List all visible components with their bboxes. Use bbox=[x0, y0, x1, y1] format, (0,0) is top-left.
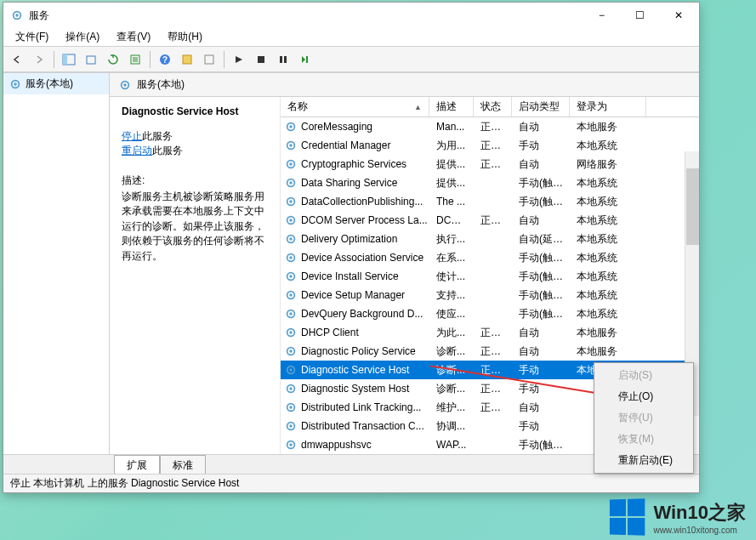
cell-state: 正在... bbox=[474, 326, 512, 340]
status-text: 停止 本地计算机 上的服务 Diagnostic Service Host bbox=[10, 476, 239, 491]
gear-icon bbox=[284, 401, 298, 414]
cell-name: Device Association Service bbox=[281, 251, 429, 264]
gear-icon bbox=[284, 288, 298, 302]
export-button[interactable] bbox=[81, 49, 101, 70]
cell-logon: 本地系统 bbox=[570, 251, 646, 265]
cell-logon: 本地系统 bbox=[570, 213, 646, 228]
help-button[interactable]: ? bbox=[155, 49, 175, 70]
table-row[interactable]: DCOM Server Process La...DCO...正在...自动本地… bbox=[281, 211, 699, 230]
tab-extended[interactable]: 扩展 bbox=[114, 455, 160, 474]
menu-action[interactable]: 操作(A) bbox=[57, 28, 108, 46]
cell-logon: 本地系统 bbox=[570, 176, 646, 190]
cell-desc: 提供... bbox=[429, 176, 474, 190]
table-row[interactable]: Delivery Optimization执行...自动(延迟...本地系统 bbox=[281, 230, 699, 248]
ctx-stop[interactable]: 停止(O) bbox=[596, 386, 691, 407]
stop-link[interactable]: 停止 bbox=[122, 130, 142, 142]
col-desc[interactable]: 描述 bbox=[429, 97, 474, 117]
pause-service-button[interactable] bbox=[273, 49, 293, 70]
cell-state: 正在... bbox=[474, 139, 512, 153]
header-label: 服务(本地) bbox=[137, 77, 185, 92]
cell-name: DevQuery Background D... bbox=[281, 307, 429, 321]
cell-desc: 在系... bbox=[429, 251, 474, 265]
menu-help[interactable]: 帮助(H) bbox=[159, 28, 211, 46]
col-name[interactable]: 名称▲ bbox=[281, 97, 429, 117]
svg-point-17 bbox=[123, 83, 127, 87]
refresh-button[interactable] bbox=[103, 49, 123, 70]
gear-icon bbox=[284, 176, 298, 190]
cell-name: Diagnostic System Host bbox=[281, 382, 429, 395]
toolbar-icon[interactable] bbox=[177, 49, 197, 70]
scrollbar-thumb[interactable] bbox=[686, 168, 699, 245]
ctx-restart[interactable]: 重新启动(E) bbox=[596, 450, 691, 471]
cell-start: 手动(触发... bbox=[512, 270, 570, 284]
gear-icon bbox=[284, 382, 298, 395]
show-hide-tree-button[interactable] bbox=[59, 49, 79, 70]
table-row[interactable]: Data Sharing Service提供...手动(触发...本地系统 bbox=[281, 173, 699, 192]
table-row[interactable]: Cryptographic Services提供...正在...自动网络服务 bbox=[281, 155, 699, 173]
restart-service-button[interactable] bbox=[295, 49, 315, 70]
cell-name: Device Setup Manager bbox=[281, 288, 429, 302]
ctx-resume: 恢复(M) bbox=[596, 429, 691, 450]
close-button[interactable]: ✕ bbox=[659, 3, 697, 27]
svg-rect-11 bbox=[280, 56, 282, 63]
cell-desc: 维护... bbox=[429, 401, 474, 415]
minimize-button[interactable]: − bbox=[583, 3, 621, 27]
cell-name: DCOM Server Process La... bbox=[281, 213, 429, 227]
table-row[interactable]: Device Install Service使计...手动(触发...本地系统 bbox=[281, 267, 699, 286]
back-button[interactable] bbox=[7, 49, 27, 70]
menu-file[interactable]: 文件(F) bbox=[7, 28, 57, 46]
table-row[interactable]: DevQuery Background D...使应...手动(触发...本地系… bbox=[281, 304, 699, 323]
table-row[interactable]: CoreMessagingMan...正在...自动本地服务 bbox=[281, 117, 699, 136]
tab-standard[interactable]: 标准 bbox=[160, 455, 206, 474]
cell-start: 自动 bbox=[512, 401, 570, 415]
toolbar-icon[interactable] bbox=[199, 49, 219, 70]
svg-point-35 bbox=[289, 275, 293, 278]
cell-desc: 执行... bbox=[429, 232, 474, 247]
svg-rect-10 bbox=[258, 56, 264, 63]
col-start[interactable]: 启动类型 bbox=[512, 97, 570, 117]
cell-start: 手动 bbox=[512, 419, 570, 434]
gear-icon bbox=[284, 157, 298, 171]
gear-icon bbox=[284, 438, 298, 452]
cell-desc: 为用... bbox=[429, 139, 474, 153]
cell-start: 手动(触发... bbox=[512, 176, 570, 190]
cell-state: 正在... bbox=[474, 120, 512, 134]
stop-service-button[interactable] bbox=[251, 49, 271, 70]
start-service-button[interactable] bbox=[229, 49, 249, 70]
col-state[interactable]: 状态 bbox=[474, 97, 512, 117]
restart-link[interactable]: 重启动 bbox=[122, 145, 152, 156]
menu-view[interactable]: 查看(V) bbox=[108, 28, 159, 46]
table-row[interactable]: DHCP Client为此...正在...自动本地服务 bbox=[281, 323, 699, 342]
table-row[interactable]: Device Association Service在系...手动(触发...本… bbox=[281, 248, 699, 267]
table-row[interactable]: DataCollectionPublishing...The ...手动(触发.… bbox=[281, 192, 699, 211]
separator bbox=[150, 51, 151, 68]
svg-point-1 bbox=[15, 14, 19, 17]
cell-start: 自动 bbox=[512, 326, 570, 340]
cell-desc: Man... bbox=[429, 121, 474, 133]
tree-root[interactable]: 服务(本地) bbox=[3, 73, 109, 94]
svg-point-15 bbox=[14, 82, 17, 86]
menubar: 文件(F) 操作(A) 查看(V) 帮助(H) bbox=[3, 28, 699, 47]
maximize-button[interactable]: ☐ bbox=[621, 3, 659, 27]
cell-name: Cryptographic Services bbox=[281, 157, 429, 171]
gear-icon bbox=[284, 213, 298, 227]
cell-start: 自动 bbox=[512, 213, 570, 228]
forward-button[interactable] bbox=[29, 49, 49, 70]
svg-point-41 bbox=[289, 331, 293, 334]
cell-desc: 使应... bbox=[429, 307, 474, 321]
svg-point-51 bbox=[289, 424, 293, 428]
grid-header: 名称▲ 描述 状态 启动类型 登录为 bbox=[281, 97, 699, 117]
col-logon[interactable]: 登录为 bbox=[570, 97, 646, 117]
table-row[interactable]: Device Setup Manager支持...手动(触发...本地系统 bbox=[281, 286, 699, 304]
tree-root-label: 服务(本地) bbox=[26, 77, 73, 91]
cell-desc: 诊断... bbox=[429, 344, 474, 359]
cell-start: 自动(延迟... bbox=[512, 232, 570, 247]
properties-button[interactable] bbox=[125, 49, 145, 70]
cell-start: 手动(触发... bbox=[512, 251, 570, 265]
table-row[interactable]: Credential Manager为用...正在...手动本地系统 bbox=[281, 136, 699, 155]
cell-start: 手动(触发... bbox=[512, 288, 570, 303]
tree-pane: 服务(本地) bbox=[3, 73, 110, 454]
gear-icon bbox=[284, 251, 298, 264]
table-row[interactable]: Diagnostic Policy Service诊断...正在...自动本地服… bbox=[281, 342, 699, 361]
gear-icon bbox=[284, 326, 298, 339]
